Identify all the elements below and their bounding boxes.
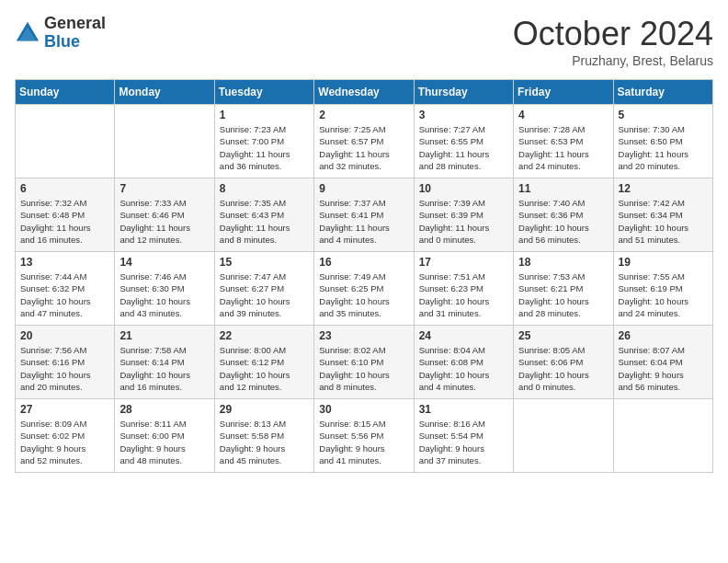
calendar-cell: [16, 105, 115, 178]
day-number: 13: [20, 256, 109, 269]
day-header-sunday: Sunday: [16, 80, 115, 105]
day-info: Sunrise: 7:32 AM Sunset: 6:48 PM Dayligh…: [20, 197, 109, 246]
day-number: 12: [619, 182, 708, 195]
day-number: 1: [220, 109, 309, 121]
calendar-cell: 29Sunrise: 8:13 AM Sunset: 5:58 PM Dayli…: [214, 399, 313, 473]
day-info: Sunrise: 7:46 AM Sunset: 6:30 PM Dayligh…: [119, 270, 209, 319]
day-number: 23: [319, 329, 408, 342]
day-info: Sunrise: 7:53 AM Sunset: 6:21 PM Dayligh…: [518, 270, 608, 319]
day-number: 14: [119, 256, 209, 269]
day-info: Sunrise: 7:42 AM Sunset: 6:34 PM Dayligh…: [619, 197, 708, 246]
day-number: 3: [419, 109, 508, 121]
day-info: Sunrise: 7:35 AM Sunset: 6:43 PM Dayligh…: [220, 197, 309, 246]
calendar-cell: [115, 105, 214, 178]
calendar-table: SundayMondayTuesdayWednesdayThursdayFrid…: [15, 79, 713, 473]
day-number: 8: [220, 182, 309, 195]
day-number: 27: [20, 403, 109, 416]
day-info: Sunrise: 8:05 AM Sunset: 6:06 PM Dayligh…: [518, 344, 608, 393]
week-row-3: 13Sunrise: 7:44 AM Sunset: 6:32 PM Dayli…: [16, 252, 713, 326]
day-number: 29: [220, 403, 309, 416]
day-number: 5: [619, 109, 708, 121]
week-row-1: 1Sunrise: 7:23 AM Sunset: 7:00 PM Daylig…: [16, 105, 713, 178]
day-info: Sunrise: 7:47 AM Sunset: 6:27 PM Dayligh…: [220, 270, 309, 319]
day-info: Sunrise: 8:11 AM Sunset: 6:00 PM Dayligh…: [119, 418, 209, 466]
calendar-cell: 17Sunrise: 7:51 AM Sunset: 6:23 PM Dayli…: [414, 252, 513, 326]
day-info: Sunrise: 7:30 AM Sunset: 6:50 PM Dayligh…: [619, 123, 708, 172]
day-number: 28: [119, 403, 209, 416]
day-info: Sunrise: 7:44 AM Sunset: 6:32 PM Dayligh…: [20, 270, 109, 319]
day-number: 10: [419, 182, 508, 195]
calendar-cell: 21Sunrise: 7:58 AM Sunset: 6:14 PM Dayli…: [115, 326, 214, 399]
calendar-cell: 28Sunrise: 8:11 AM Sunset: 6:00 PM Dayli…: [115, 399, 214, 473]
day-info: Sunrise: 8:13 AM Sunset: 5:58 PM Dayligh…: [220, 418, 309, 466]
calendar-cell: 6Sunrise: 7:32 AM Sunset: 6:48 PM Daylig…: [16, 178, 115, 252]
day-number: 2: [319, 109, 408, 121]
calendar-cell: 26Sunrise: 8:07 AM Sunset: 6:04 PM Dayli…: [613, 326, 712, 399]
calendar-cell: 7Sunrise: 7:33 AM Sunset: 6:46 PM Daylig…: [115, 178, 214, 252]
day-info: Sunrise: 7:28 AM Sunset: 6:53 PM Dayligh…: [518, 123, 608, 172]
week-row-2: 6Sunrise: 7:32 AM Sunset: 6:48 PM Daylig…: [16, 178, 713, 252]
day-info: Sunrise: 7:39 AM Sunset: 6:39 PM Dayligh…: [419, 197, 508, 246]
day-info: Sunrise: 7:55 AM Sunset: 6:19 PM Dayligh…: [619, 270, 708, 319]
day-number: 19: [619, 256, 708, 269]
calendar-cell: 15Sunrise: 7:47 AM Sunset: 6:27 PM Dayli…: [214, 252, 313, 326]
day-info: Sunrise: 8:15 AM Sunset: 5:56 PM Dayligh…: [319, 418, 408, 466]
calendar-cell: 16Sunrise: 7:49 AM Sunset: 6:25 PM Dayli…: [314, 252, 414, 326]
day-number: 9: [319, 182, 408, 195]
day-number: 11: [518, 182, 608, 195]
day-number: 24: [419, 329, 508, 342]
calendar-cell: 19Sunrise: 7:55 AM Sunset: 6:19 PM Dayli…: [613, 252, 712, 326]
day-number: 15: [220, 256, 309, 269]
logo-blue-text: Blue: [44, 33, 106, 52]
day-info: Sunrise: 8:02 AM Sunset: 6:10 PM Dayligh…: [319, 344, 408, 393]
calendar-cell: 24Sunrise: 8:04 AM Sunset: 6:08 PM Dayli…: [414, 326, 513, 399]
day-info: Sunrise: 7:23 AM Sunset: 7:00 PM Dayligh…: [220, 123, 309, 172]
calendar-cell: 4Sunrise: 7:28 AM Sunset: 6:53 PM Daylig…: [514, 105, 613, 178]
calendar-cell: 8Sunrise: 7:35 AM Sunset: 6:43 PM Daylig…: [214, 178, 313, 252]
calendar-cell: 20Sunrise: 7:56 AM Sunset: 6:16 PM Dayli…: [16, 326, 115, 399]
calendar-cell: 3Sunrise: 7:27 AM Sunset: 6:55 PM Daylig…: [414, 105, 513, 178]
day-info: Sunrise: 7:37 AM Sunset: 6:41 PM Dayligh…: [319, 197, 408, 246]
calendar-cell: 1Sunrise: 7:23 AM Sunset: 7:00 PM Daylig…: [214, 105, 313, 178]
logo: General Blue: [15, 15, 106, 52]
day-header-wednesday: Wednesday: [314, 80, 414, 105]
day-number: 22: [220, 329, 309, 342]
day-number: 20: [20, 329, 109, 342]
day-number: 4: [518, 109, 608, 121]
location-subtitle: Pruzhany, Brest, Belarus: [513, 53, 713, 68]
calendar-cell: 10Sunrise: 7:39 AM Sunset: 6:39 PM Dayli…: [414, 178, 513, 252]
day-info: Sunrise: 7:58 AM Sunset: 6:14 PM Dayligh…: [119, 344, 209, 393]
day-info: Sunrise: 8:16 AM Sunset: 5:54 PM Dayligh…: [419, 418, 508, 466]
calendar-cell: [613, 399, 712, 473]
day-info: Sunrise: 8:09 AM Sunset: 6:02 PM Dayligh…: [20, 418, 109, 466]
week-row-4: 20Sunrise: 7:56 AM Sunset: 6:16 PM Dayli…: [16, 326, 713, 399]
calendar-cell: 14Sunrise: 7:46 AM Sunset: 6:30 PM Dayli…: [115, 252, 214, 326]
calendar-cell: 23Sunrise: 8:02 AM Sunset: 6:10 PM Dayli…: [314, 326, 414, 399]
day-number: 7: [119, 182, 209, 195]
calendar-cell: 25Sunrise: 8:05 AM Sunset: 6:06 PM Dayli…: [514, 326, 613, 399]
day-number: 30: [319, 403, 408, 416]
day-number: 31: [419, 403, 508, 416]
day-header-friday: Friday: [514, 80, 613, 105]
day-number: 26: [619, 329, 708, 342]
day-number: 21: [119, 329, 209, 342]
calendar-cell: 31Sunrise: 8:16 AM Sunset: 5:54 PM Dayli…: [414, 399, 513, 473]
calendar-cell: 18Sunrise: 7:53 AM Sunset: 6:21 PM Dayli…: [514, 252, 613, 326]
day-info: Sunrise: 7:25 AM Sunset: 6:57 PM Dayligh…: [319, 123, 408, 172]
logo-general-text: General: [44, 15, 106, 33]
title-block: October 2024 Pruzhany, Brest, Belarus: [513, 15, 713, 68]
page-header: General Blue October 2024 Pruzhany, Bres…: [15, 15, 713, 68]
day-number: 25: [518, 329, 608, 342]
calendar-cell: 9Sunrise: 7:37 AM Sunset: 6:41 PM Daylig…: [314, 178, 414, 252]
week-row-5: 27Sunrise: 8:09 AM Sunset: 6:02 PM Dayli…: [16, 399, 713, 473]
day-header-monday: Monday: [115, 80, 214, 105]
day-info: Sunrise: 8:07 AM Sunset: 6:04 PM Dayligh…: [619, 344, 708, 393]
day-number: 6: [20, 182, 109, 195]
day-info: Sunrise: 7:51 AM Sunset: 6:23 PM Dayligh…: [419, 270, 508, 319]
calendar-cell: 12Sunrise: 7:42 AM Sunset: 6:34 PM Dayli…: [613, 178, 712, 252]
calendar-cell: 30Sunrise: 8:15 AM Sunset: 5:56 PM Dayli…: [314, 399, 414, 473]
calendar-cell: 22Sunrise: 8:00 AM Sunset: 6:12 PM Dayli…: [214, 326, 313, 399]
day-number: 16: [319, 256, 408, 269]
logo-icon: [15, 20, 40, 46]
calendar-cell: 27Sunrise: 8:09 AM Sunset: 6:02 PM Dayli…: [16, 399, 115, 473]
